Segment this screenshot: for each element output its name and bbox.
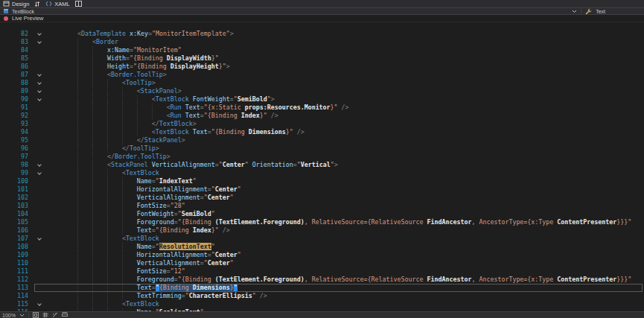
chevron-down-icon[interactable] [19, 314, 25, 317]
code-text[interactable]: VerticalAlignment="Center" [45, 259, 234, 267]
chevron-down-icon[interactable] [37, 72, 42, 77]
chevron-down-icon[interactable] [37, 89, 42, 93]
breadcrumb-property[interactable]: Text [596, 9, 605, 14]
code-text[interactable]: TextTrimming="CharacterEllipsis" /> [45, 292, 267, 300]
code-text[interactable]: Name="IndexText" [45, 177, 197, 185]
code-text[interactable]: <Border [45, 38, 118, 46]
code-line[interactable]: 108Name="ResolutionText" [0, 243, 644, 251]
line-number[interactable]: 99 [0, 169, 34, 177]
code-line[interactable]: 90<TextBlock FontWeight="SemiBold"> [0, 95, 644, 104]
code-text[interactable]: <TextBlock [45, 169, 159, 177]
vertical-split-button[interactable] [75, 1, 82, 7]
fold-toggle[interactable] [34, 300, 45, 308]
code-line[interactable]: 100Name="IndexText" [0, 177, 644, 185]
fold-toggle[interactable] [34, 169, 45, 177]
line-number[interactable]: 110 [0, 259, 34, 267]
zoom-level[interactable]: 100% [2, 313, 16, 318]
line-number[interactable]: 113 [0, 284, 34, 292]
code-line[interactable]: 106Text="{Binding Index}" /> [0, 226, 644, 235]
code-text[interactable]: <Run Text="{Binding Index}" /> [45, 112, 278, 120]
snap-to-grid-icon[interactable] [52, 312, 58, 318]
code-line[interactable]: 101HorizontalAlignment="Center" [0, 185, 644, 194]
chevron-down-icon[interactable] [37, 236, 42, 241]
live-preview-label[interactable]: Live Preview [12, 15, 44, 22]
code-line[interactable]: 87<Border.ToolTip> [0, 71, 644, 79]
fold-toggle[interactable] [34, 87, 45, 95]
code-line[interactable]: 96</ToolTip> [0, 144, 644, 153]
fold-toggle[interactable] [34, 95, 45, 104]
code-text[interactable]: Text="{Binding Index}" /> [45, 226, 230, 235]
line-number[interactable]: 100 [0, 177, 34, 185]
code-text[interactable]: Height="{Binding DisplayHeight}"> [45, 63, 230, 71]
code-line[interactable]: 111FontSize="12" [0, 267, 644, 276]
line-number[interactable]: 82 [0, 30, 34, 38]
code-line[interactable]: 104FontWeight="SemiBold" [0, 210, 644, 218]
code-text[interactable]: <DataTemplate x:Key="MonitorItemTemplate… [45, 30, 234, 38]
code-text[interactable]: <TextBlock [45, 235, 159, 243]
line-number[interactable]: 91 [0, 104, 34, 112]
line-number[interactable]: 94 [0, 128, 34, 136]
code-text[interactable]: </ToolTip> [45, 144, 159, 153]
code-line[interactable]: 98<StackPanel VerticalAlignment="Center"… [0, 161, 644, 169]
code-text[interactable]: <TextBlock [45, 300, 159, 308]
code-text[interactable]: <TextBlock Text="{Binding Dimensions}" /… [45, 128, 305, 136]
code-line[interactable]: 91<Run Text="{x:Static props:Resources.M… [0, 104, 644, 112]
line-number[interactable]: 86 [0, 63, 34, 71]
code-text[interactable]: HorizontalAlignment="Center" [45, 251, 241, 259]
code-text[interactable]: Foreground="{Binding (TextElement.Foregr… [45, 218, 631, 226]
code-line[interactable]: 97</Border.ToolTip> [0, 153, 644, 161]
fold-toggle[interactable] [34, 30, 45, 38]
code-line[interactable]: 84x:Name="MonitorItem" [0, 46, 644, 54]
chevron-down-icon[interactable] [37, 162, 42, 167]
code-line[interactable]: 113Text="{Binding Dimensions}" [0, 284, 644, 292]
code-text[interactable]: HorizontalAlignment="Center" [45, 185, 241, 194]
code-line[interactable]: 107<TextBlock [0, 235, 644, 243]
line-number[interactable]: 97 [0, 153, 34, 161]
line-number[interactable]: 106 [0, 226, 34, 235]
code-text[interactable]: </Border.ToolTip> [45, 153, 170, 161]
code-line[interactable]: 110VerticalAlignment="Center" [0, 259, 644, 267]
code-line[interactable]: 88<ToolTip> [0, 79, 644, 87]
code-line[interactable]: 89<StackPanel> [0, 87, 644, 95]
line-number[interactable]: 89 [0, 87, 34, 95]
code-text[interactable]: x:Name="MonitorItem" [45, 46, 182, 54]
line-number[interactable]: 92 [0, 112, 34, 120]
code-text[interactable]: FontSize="28" [45, 202, 185, 210]
code-text[interactable]: <StackPanel> [45, 87, 182, 95]
line-number[interactable]: 85 [0, 54, 34, 63]
code-line[interactable]: 92<Run Text="{Binding Index}" /> [0, 112, 644, 120]
line-number[interactable]: 84 [0, 46, 34, 54]
line-number[interactable]: 104 [0, 210, 34, 218]
line-number[interactable]: 108 [0, 243, 34, 251]
chevron-down-icon[interactable] [37, 97, 42, 101]
line-number[interactable]: 96 [0, 144, 34, 153]
code-line[interactable]: 109HorizontalAlignment="Center" [0, 251, 644, 259]
line-number[interactable]: 111 [0, 267, 34, 276]
code-text[interactable]: </StackPanel> [45, 136, 185, 144]
line-number[interactable]: 87 [0, 71, 34, 79]
code-line[interactable]: 82<DataTemplate x:Key="MonitorItemTempla… [0, 30, 644, 38]
chevron-down-icon[interactable] [37, 31, 42, 36]
code-line[interactable]: 114TextTrimming="CharacterEllipsis" /> [0, 292, 644, 300]
code-text[interactable]: Name="ResolutionText" [45, 243, 215, 251]
chevron-down-icon[interactable] [572, 10, 577, 13]
snaplines-icon[interactable] [62, 312, 68, 318]
line-number[interactable]: 90 [0, 95, 34, 104]
code-line[interactable]: 103FontSize="28" [0, 202, 644, 210]
chevron-down-icon[interactable] [37, 80, 42, 85]
zoom-fit-icon[interactable] [33, 312, 39, 318]
code-text[interactable]: FontWeight="SemiBold" [45, 210, 215, 218]
code-text[interactable]: Text="{Binding Dimensions}" [45, 284, 237, 292]
line-number[interactable]: 103 [0, 202, 34, 210]
code-text[interactable]: <Border.ToolTip> [45, 71, 167, 79]
chevron-down-icon[interactable] [37, 171, 42, 175]
code-text[interactable]: <ToolTip> [45, 79, 156, 87]
line-number[interactable]: 114 [0, 292, 34, 300]
line-number[interactable]: 98 [0, 161, 34, 169]
line-number[interactable]: 109 [0, 251, 34, 259]
fold-toggle[interactable] [34, 71, 45, 79]
code-text[interactable]: <Run Text="{x:Static props:Resources.Mon… [45, 104, 349, 112]
swap-panes-button[interactable] [34, 1, 40, 7]
show-grid-icon[interactable] [42, 312, 48, 318]
chevron-down-icon[interactable] [37, 302, 42, 306]
